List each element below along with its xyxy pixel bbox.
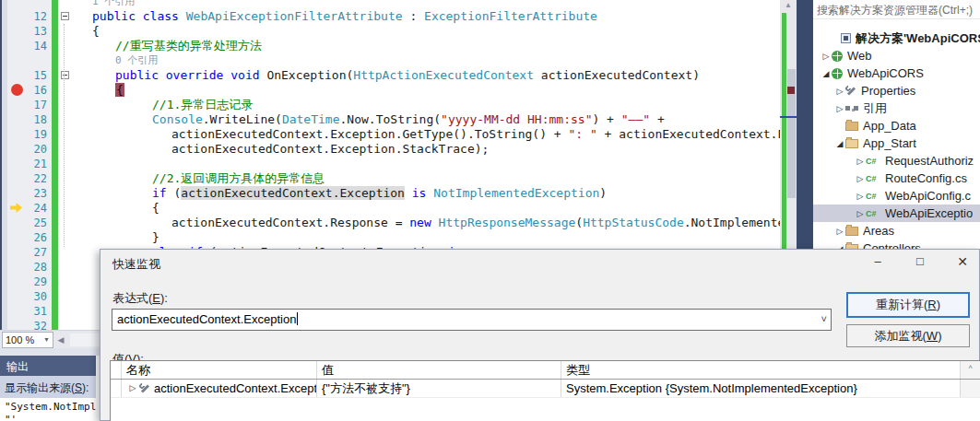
tree-item-webapicors[interactable]: ◢WebApiCORS [813,64,980,82]
code-text[interactable]: 1 个引用 [77,0,782,9]
scroll-up-icon[interactable]: ▲ [780,1,797,10]
breakpoint-margin[interactable] [7,9,28,24]
breakpoint-margin[interactable] [7,0,28,9]
column-header-value[interactable]: 值 [317,361,561,379]
tree-item-webapiconfig-c[interactable]: ▷C#WebApiConfig.c [813,187,980,205]
breakpoint-margin[interactable] [7,304,28,319]
code-line-21[interactable]: 21 [0,157,782,171]
collapse-icon[interactable] [61,71,69,79]
breakpoint-margin[interactable] [7,245,28,260]
fold-margin[interactable] [58,245,77,260]
table-scrollbar[interactable]: ˄ [961,361,980,379]
tree-item-properties[interactable]: ▷Properties [813,82,980,99]
tree-item-引用[interactable]: ▷引用 [813,99,980,117]
code-text[interactable]: actionExecutedContext.Response = new Htt… [77,216,782,230]
code-text[interactable]: //1.异常日志记录 [77,98,782,112]
tree-item-app-data[interactable]: App_Data [813,117,980,134]
fold-margin[interactable] [58,127,77,142]
breakpoint-margin[interactable] [7,275,28,289]
breakpoint-margin[interactable] [7,201,28,216]
breakpoint-margin[interactable] [7,127,28,142]
fold-margin[interactable] [58,142,77,157]
expander-icon[interactable]: ▷ [855,157,866,166]
expander-icon[interactable]: ◢ [834,139,845,148]
code-line-16[interactable]: 16{ [0,83,782,98]
code-text[interactable]: { [77,24,782,39]
fold-margin[interactable] [58,53,77,68]
code-line-13[interactable]: 13{ [0,24,782,39]
fold-margin[interactable] [58,112,77,127]
breakpoint-margin[interactable] [7,39,28,53]
code-text[interactable]: public override void OnException(HttpAct… [77,68,782,83]
code-line-12[interactable]: 12public class WebApiExceptionFilterAttr… [0,9,782,24]
code-text[interactable]: //重写基类的异常处理方法 [77,39,782,53]
zoom-level-dropdown[interactable]: 100 % ▼ [2,332,53,348]
code-line-18[interactable]: 18Console.WriteLine(DateTime.Now.ToStrin… [0,112,782,127]
breakpoint-margin[interactable] [7,68,28,83]
code-text[interactable]: public class WebApiExceptionFilterAttrib… [77,9,782,24]
fold-margin[interactable] [58,24,77,39]
watch-table-row[interactable]: ▷ actionExecutedContext.Exception {"方法不被… [111,380,980,398]
watch-value-cell[interactable]: {"方法不被支持"} [317,380,561,397]
codelens-line[interactable]: 1 个引用 [0,0,782,9]
code-line-14[interactable]: 14//重写基类的异常处理方法 [0,39,782,53]
fold-margin[interactable] [58,216,77,230]
breakpoint-margin[interactable] [7,171,28,186]
expander-icon[interactable]: ▷ [834,87,845,96]
code-line-24[interactable]: 24{ [0,201,782,216]
breakpoint-margin[interactable] [7,142,28,157]
breakpoint-margin[interactable] [7,53,28,68]
code-text[interactable]: 0 个引用 [77,53,782,68]
fold-margin[interactable] [58,0,77,9]
breakpoint-icon[interactable] [11,84,23,96]
code-text[interactable]: Console.WriteLine(DateTime.Now.ToString(… [77,112,782,127]
breakpoint-margin[interactable] [7,260,28,275]
watch-type-cell[interactable]: System.Exception {System.NotImplementedE… [561,380,961,397]
codelens-line[interactable]: 0 个引用 [0,53,782,68]
code-text[interactable]: { [77,83,782,98]
expression-input[interactable]: actionExecutedContext.Exception ˅ [112,309,832,331]
breakpoint-margin[interactable] [7,289,28,304]
code-line-23[interactable]: 23if (actionExecutedContext.Exception is… [0,186,782,201]
close-button[interactable]: ✕ [949,251,976,272]
fold-margin[interactable] [58,260,77,275]
watch-name-cell[interactable]: ▷ actionExecutedContext.Exception [122,380,317,397]
fold-margin[interactable] [58,98,77,112]
recalculate-button[interactable]: 重新计算(R) [846,292,970,318]
fold-margin[interactable] [58,230,77,245]
code-text[interactable]: actionExecutedContext.Exception.GetType(… [77,127,782,142]
maximize-button[interactable]: □ [906,251,934,272]
tree-item-routeconfig-cs[interactable]: ▷C#RouteConfig.cs [813,170,980,187]
code-line-22[interactable]: 22//2.返回调用方具体的异常信息 [0,171,782,186]
fold-margin[interactable] [58,201,77,216]
output-content[interactable]: "System.NotImpl"' [0,398,96,421]
fold-margin[interactable] [58,68,77,83]
breakpoint-margin[interactable] [7,230,28,245]
breakpoint-margin[interactable] [7,83,28,98]
column-header-type[interactable]: 类型 [561,361,961,379]
code-line-26[interactable]: 26} [0,230,782,245]
tree-item-requestauthoriz[interactable]: ▷C#RequestAuthoriz [813,152,980,170]
tree-item-webapiexceptio[interactable]: ▷C#WebApiExceptio [813,205,980,222]
collapse-icon[interactable] [61,12,69,20]
expander-icon[interactable]: ▷ [821,52,832,61]
output-splitter[interactable] [0,348,100,356]
code-text[interactable]: } [77,230,782,245]
code-line-20[interactable]: 20actionExecutedContext.Exception.StackT… [0,142,782,157]
code-text[interactable]: actionExecutedContext.Exception.StackTra… [77,142,782,157]
expand-arrow-icon[interactable]: ▷ [126,380,139,397]
fold-margin[interactable] [58,83,77,98]
expander-icon[interactable]: ▷ [834,104,845,113]
add-watch-button[interactable]: 添加监视(W) [846,324,970,347]
breakpoint-margin[interactable] [7,98,28,112]
table-scrollbar-track[interactable] [961,380,980,397]
breakpoint-margin[interactable] [7,24,28,39]
code-text[interactable]: if (actionExecutedContext.Exception is N… [77,186,782,201]
expander-icon[interactable]: ▷ [855,192,866,201]
chevron-down-icon[interactable]: ˅ [821,313,827,324]
fold-margin[interactable] [58,157,77,171]
breakpoint-margin[interactable] [7,186,28,201]
code-text[interactable] [77,157,782,171]
fold-margin[interactable] [58,289,77,304]
expander-icon[interactable]: ◢ [821,69,832,78]
